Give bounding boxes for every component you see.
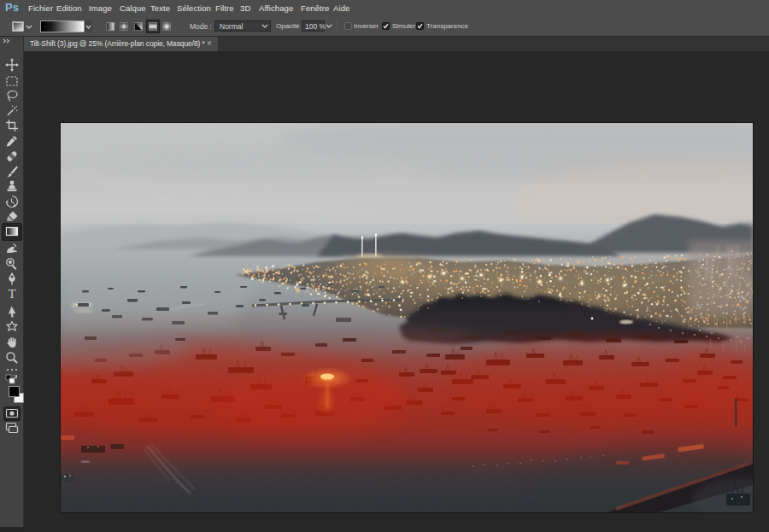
svg-text:T: T xyxy=(8,287,15,301)
